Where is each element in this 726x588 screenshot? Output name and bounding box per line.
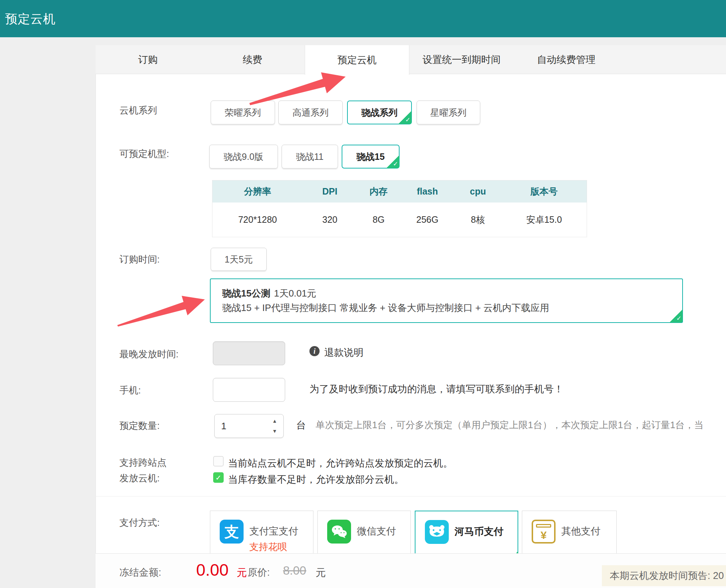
col-flash: flash	[400, 186, 455, 197]
pay-method-name: 其他支付	[561, 525, 600, 538]
quantity-label: 预定数量:	[119, 419, 160, 432]
plan-price: 1天0.01元	[274, 288, 316, 299]
app-header: 预定云机	[0, 0, 726, 37]
model-option-label: 骁战11	[296, 151, 324, 163]
frozen-amount-value: 0.00	[196, 560, 229, 580]
refund-info-link[interactable]: 退款说明	[324, 346, 363, 359]
model-option-label: 骁战15	[356, 151, 385, 163]
pay-method-name: 微信支付	[357, 525, 396, 538]
cell-version: 安卓15.0	[501, 214, 587, 226]
info-icon: i	[309, 346, 320, 356]
plan-description: 骁战15 + IP代理与控制接口 常规业务 + 设备大师与控制接口 + 云机内下…	[222, 302, 549, 314]
huabei-support-label: 支持花呗	[249, 541, 287, 553]
model-option-label: 骁战9.0版	[224, 151, 263, 163]
pay-method-name: 支付宝支付	[249, 525, 298, 538]
duration-option-1day[interactable]: 1天5元	[211, 248, 267, 271]
tab-reserve-cloud-phone[interactable]: 预定云机	[305, 45, 409, 75]
summary-bar: 冻结金额: 0.00 元 原价: 8.00 元 本期云机发放时间预告: 20	[96, 553, 726, 588]
series-option-label: 骁战系列	[362, 107, 398, 119]
plan-title: 骁战15公测	[222, 288, 270, 299]
series-option-label: 荣曜系列	[225, 107, 261, 119]
original-price-unit: 元	[316, 566, 326, 580]
checkbox-check-icon: ✓	[215, 473, 221, 482]
stepper-up-icon[interactable]: ▲	[271, 417, 278, 425]
cross-site-checkbox-label: 当前站点云机不足时，允许跨站点发放预定的云机。	[228, 457, 453, 470]
frozen-amount-label: 冻结金额:	[119, 566, 161, 579]
plan-title-line: 骁战15公测1天0.01元	[222, 287, 316, 300]
partial-release-checkbox-label: 当库存数量不足时，允许发放部分云机。	[228, 473, 404, 486]
series-option-label: 高通系列	[292, 107, 329, 119]
selected-corner-icon: ✓	[670, 310, 683, 323]
col-memory: 内存	[357, 186, 400, 197]
pay-method-name: 河马币支付	[455, 525, 503, 538]
spec-table: 分辨率 DPI 内存 flash cpu 版本号 720*1280 320 8G…	[212, 180, 587, 237]
col-cpu: cpu	[455, 186, 502, 197]
stepper-down-icon[interactable]: ▼	[271, 427, 278, 435]
series-option-label: 星曜系列	[430, 107, 467, 119]
tab-order[interactable]: 订购	[96, 45, 200, 74]
col-resolution: 分辨率	[212, 186, 303, 197]
series-option-gaotong[interactable]: 高通系列	[278, 101, 343, 124]
original-price-value: 8.00	[283, 564, 306, 578]
cross-site-checkbox[interactable]	[213, 456, 224, 466]
cell-cpu: 8核	[455, 214, 502, 226]
model-label: 可预定机型:	[119, 148, 169, 160]
plan-card-xz15-beta[interactable]: 骁战15公测1天0.01元 骁战15 + IP代理与控制接口 常规业务 + 设备…	[210, 278, 683, 323]
release-time-notice: 本期云机发放时间预告: 20	[602, 565, 726, 586]
wechat-icon	[327, 520, 351, 544]
latest-time-label: 最晚发放时间:	[119, 348, 178, 361]
cell-flash: 256G	[400, 214, 455, 225]
partial-release-checkbox[interactable]: ✓	[213, 472, 224, 483]
series-option-rongyao[interactable]: 荣曜系列	[211, 101, 275, 124]
tab-set-expiry[interactable]: 设置统一到期时间	[409, 45, 514, 74]
duration-label: 订购时间:	[119, 253, 160, 266]
selected-corner-icon: ✓	[386, 155, 399, 168]
cross-site-label-line1: 支持跨站点	[119, 456, 166, 469]
booking-page: 预定云机 订购 续费 预定云机 设置统一到期时间 自动续费管理 云机系列 荣曜系…	[0, 0, 726, 588]
cross-site-label-line2: 发放云机:	[119, 472, 160, 485]
phone-label: 手机:	[119, 384, 141, 397]
series-option-xingyao[interactable]: 星曜系列	[417, 101, 480, 124]
quantity-input[interactable]	[215, 414, 265, 438]
model-option-xz15[interactable]: 骁战15 ✓	[342, 145, 400, 169]
col-version: 版本号	[501, 186, 587, 197]
cell-resolution: 720*1280	[212, 214, 303, 225]
quantity-stepper[interactable]: ▲ ▼	[214, 414, 284, 438]
payment-label: 支付方式:	[119, 516, 160, 529]
model-option-xz90[interactable]: 骁战9.0版	[209, 145, 278, 169]
alipay-icon: 支	[220, 520, 244, 544]
quantity-hint: 单次预定上限1台，可分多次预定（单用户预定上限1台），本次预定上限1台，起订量1…	[316, 419, 704, 431]
col-dpi: DPI	[303, 186, 357, 197]
latest-time-input	[213, 341, 285, 365]
phone-hint: 为了及时收到预订成功的消息，请填写可联系到的手机号！	[309, 383, 564, 396]
phone-input[interactable]	[213, 378, 285, 402]
frozen-amount-unit: 元	[237, 566, 247, 580]
tab-renew[interactable]: 续费	[200, 45, 305, 74]
other-pay-icon: ¥	[532, 520, 556, 544]
selected-corner-icon: ✓	[398, 111, 411, 124]
model-option-xz11[interactable]: 骁战11	[282, 145, 338, 169]
duration-option-label: 1天5元	[225, 253, 253, 265]
series-option-xiaozhan[interactable]: 骁战系列 ✓	[347, 101, 412, 124]
original-price-label: 原价:	[248, 566, 270, 579]
tab-auto-renew[interactable]: 自动续费管理	[514, 45, 619, 74]
hippo-coin-icon	[425, 520, 449, 544]
section-divider	[96, 496, 726, 497]
series-label: 云机系列	[119, 104, 157, 117]
page-title: 预定云机	[5, 11, 56, 27]
spec-table-header: 分辨率 DPI 内存 flash cpu 版本号	[212, 180, 587, 203]
cell-dpi: 320	[303, 214, 357, 225]
spec-table-row: 720*1280 320 8G 256G 8核 安卓15.0	[212, 203, 587, 237]
cell-memory: 8G	[357, 214, 400, 225]
quantity-unit: 台	[296, 419, 306, 432]
